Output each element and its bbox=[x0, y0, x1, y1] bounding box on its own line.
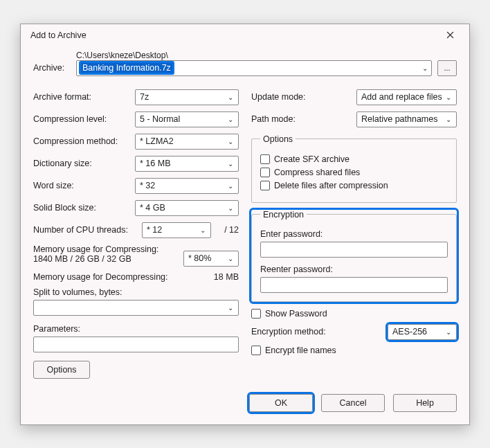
chevron-down-icon: ⌄ bbox=[226, 304, 235, 312]
archive-filename-combo[interactable]: Banking Information.7z ⌄ bbox=[76, 60, 432, 76]
compress-shared-label: Compress shared files bbox=[274, 168, 360, 177]
chevron-down-icon: ⌄ bbox=[226, 160, 235, 168]
update-mode-label: Update mode: bbox=[251, 92, 356, 102]
options-button[interactable]: Options bbox=[33, 361, 90, 379]
browse-button[interactable]: ... bbox=[437, 60, 457, 76]
chevron-down-icon: ⌄ bbox=[226, 93, 235, 101]
ok-button[interactable]: OK bbox=[249, 394, 313, 412]
dictionary-size-select[interactable]: * 16 MB ⌄ bbox=[135, 156, 239, 172]
chevron-down-icon: ⌄ bbox=[226, 138, 235, 145]
close-button[interactable] bbox=[436, 26, 464, 45]
archive-format-label: Archive format: bbox=[33, 92, 135, 102]
enter-password-label: Enter password: bbox=[260, 229, 448, 239]
parameters-label: Parameters: bbox=[33, 324, 239, 334]
close-icon bbox=[446, 31, 454, 39]
mem-compressing-pct-select[interactable]: * 80% ⌄ bbox=[183, 251, 239, 267]
path-mode-label: Path mode: bbox=[251, 114, 356, 124]
chevron-down-icon: ⌄ bbox=[444, 93, 453, 101]
show-password-label: Show Password bbox=[265, 309, 327, 319]
chevron-down-icon: ⌄ bbox=[226, 182, 235, 190]
encrypt-names-label: Encrypt file names bbox=[265, 346, 336, 355]
show-password-checkbox[interactable] bbox=[251, 309, 261, 319]
encryption-legend: Encryption bbox=[260, 210, 307, 219]
solid-block-size-label: Solid Block size: bbox=[33, 203, 135, 213]
encryption-group: Encryption Enter password: Reenter passw… bbox=[251, 210, 457, 302]
help-button[interactable]: Help bbox=[393, 394, 457, 412]
chevron-down-icon: ⌄ bbox=[419, 64, 431, 72]
solid-block-size-select[interactable]: * 4 GB ⌄ bbox=[135, 200, 239, 216]
encryption-method-select[interactable]: AES-256 ⌄ bbox=[388, 324, 457, 340]
dictionary-size-label: Dictionary size: bbox=[33, 159, 135, 168]
compress-shared-checkbox[interactable] bbox=[260, 168, 270, 177]
create-sfx-checkbox[interactable] bbox=[260, 154, 270, 164]
left-column: Archive format: 7z ⌄ Compression level: … bbox=[33, 83, 239, 379]
mem-decompressing-value: 18 MB bbox=[214, 272, 239, 282]
archive-path-prefix: C:\Users\kneze\Desktop\ bbox=[76, 51, 457, 60]
compression-method-label: Compression method: bbox=[33, 136, 135, 146]
options-group: Options Create SFX archive Compress shar… bbox=[251, 134, 457, 203]
chevron-down-icon: ⌄ bbox=[444, 328, 453, 336]
delete-after-label: Delete files after compression bbox=[274, 181, 388, 190]
right-column: Update mode: Add and replace files ⌄ Pat… bbox=[251, 83, 457, 379]
titlebar: Add to Archive bbox=[21, 24, 469, 46]
cpu-threads-select[interactable]: * 12 ⌄ bbox=[142, 222, 211, 238]
mem-compressing-label: Memory usage for Compressing: bbox=[33, 244, 183, 254]
archive-format-select[interactable]: 7z ⌄ bbox=[135, 89, 239, 105]
compression-level-select[interactable]: 5 - Normal ⌄ bbox=[135, 111, 239, 127]
dialog-window: Add to Archive C:\Users\kneze\Desktop\ A… bbox=[20, 24, 470, 425]
archive-filename[interactable]: Banking Information.7z bbox=[81, 63, 172, 73]
cpu-threads-label: Number of CPU threads: bbox=[33, 225, 142, 235]
encrypt-names-checkbox[interactable] bbox=[251, 346, 261, 355]
options-legend: Options bbox=[260, 134, 296, 144]
archive-label: Archive: bbox=[33, 63, 71, 73]
mem-compressing-value: 1840 MB / 26 GB / 32 GB bbox=[33, 254, 183, 264]
split-volumes-select[interactable]: ⌄ bbox=[33, 300, 239, 316]
dialog-buttons: OK Cancel Help bbox=[33, 394, 457, 412]
path-mode-select[interactable]: Relative pathnames ⌄ bbox=[356, 111, 457, 127]
enter-password-input[interactable] bbox=[260, 242, 448, 258]
mem-decompressing-label: Memory usage for Decompressing: bbox=[33, 272, 214, 282]
chevron-down-icon: ⌄ bbox=[226, 116, 235, 123]
chevron-down-icon: ⌄ bbox=[198, 226, 208, 234]
reenter-password-label: Reenter password: bbox=[260, 265, 448, 274]
compression-method-select[interactable]: * LZMA2 ⌄ bbox=[135, 134, 239, 150]
split-volumes-label: Split to volumes, bytes: bbox=[33, 287, 239, 297]
update-mode-select[interactable]: Add and replace files ⌄ bbox=[356, 89, 457, 105]
word-size-label: Word size: bbox=[33, 181, 135, 190]
compression-level-label: Compression level: bbox=[33, 114, 135, 124]
reenter-password-input[interactable] bbox=[260, 277, 448, 293]
encryption-method-label: Encryption method: bbox=[251, 327, 388, 337]
delete-after-checkbox[interactable] bbox=[260, 181, 270, 190]
archive-section: C:\Users\kneze\Desktop\ Archive: Banking… bbox=[33, 51, 457, 76]
chevron-down-icon: ⌄ bbox=[226, 255, 235, 262]
create-sfx-label: Create SFX archive bbox=[274, 154, 350, 164]
word-size-select[interactable]: * 32 ⌄ bbox=[135, 178, 239, 194]
parameters-input[interactable] bbox=[33, 337, 239, 352]
chevron-down-icon: ⌄ bbox=[226, 204, 235, 212]
cpu-threads-total: / 12 bbox=[219, 225, 239, 235]
chevron-down-icon: ⌄ bbox=[444, 116, 453, 123]
window-title: Add to Archive bbox=[30, 30, 436, 40]
cancel-button[interactable]: Cancel bbox=[321, 394, 385, 412]
